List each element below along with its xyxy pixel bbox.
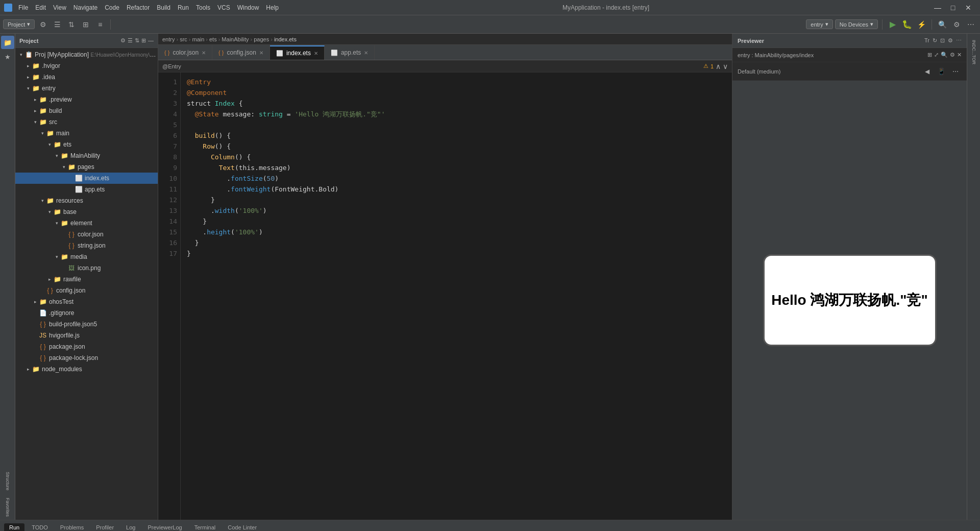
phone-icon[interactable]: 📱 — [935, 65, 947, 78]
collapse-icon[interactable]: — — [148, 37, 154, 44]
menu-window[interactable]: Window — [234, 3, 262, 12]
previewer-nav-icons[interactable]: ◀ 📱 ⋯ — [921, 65, 962, 78]
list-item[interactable]: ▸ 📄 .gitignore — [15, 307, 158, 319]
close-tab-icon[interactable]: ✕ — [202, 50, 206, 56]
btab-log[interactable]: Log — [121, 523, 140, 532]
btab-terminal[interactable]: Terminal — [189, 523, 221, 532]
layout-icon[interactable]: ⊞ — [927, 52, 932, 58]
menu-code[interactable]: Code — [102, 3, 122, 12]
list-item[interactable]: ▸ 📁 rawfile — [15, 274, 158, 285]
debug-button[interactable]: 🐛 — [901, 18, 913, 31]
filter-icon[interactable]: ≡ — [94, 18, 106, 31]
list-item[interactable]: ▸ { } string.json — [15, 240, 158, 251]
btab-previewerlog[interactable]: PreviewerLog — [142, 523, 187, 532]
breadcrumb-entry[interactable]: entry — [162, 36, 175, 42]
breadcrumb-pages[interactable]: pages — [254, 36, 269, 42]
sort-icon[interactable]: ⇅ — [135, 37, 139, 44]
sidebar-item-structure[interactable]: Structure — [1, 469, 14, 494]
tab-color-json[interactable]: { } color.json ✕ — [158, 45, 212, 60]
list-item[interactable]: ▸ JS hvigorfile.js — [15, 330, 158, 341]
list-item[interactable]: ▾ 📁 media — [15, 251, 158, 262]
expand-icon[interactable]: ∨ — [723, 62, 728, 70]
list-item[interactable]: ▾ 📁 pages — [15, 161, 158, 173]
profile-button[interactable]: ⚡ — [915, 18, 927, 31]
expand-icon[interactable]: ⊞ — [80, 18, 92, 31]
tree-item-index-ets[interactable]: ▸ ⬜ index.ets — [15, 173, 158, 184]
menu-vcs[interactable]: VCS — [214, 3, 233, 12]
list-item[interactable]: ▸ 📁 .idea — [15, 71, 158, 83]
tab-app-ets[interactable]: ⬜ app.ets ✕ — [325, 45, 375, 60]
list-item[interactable]: ▾ 📁 resources — [15, 195, 158, 206]
btab-problems[interactable]: Problems — [55, 523, 89, 532]
right-sidebar-item[interactable]: INDC...TOR — [968, 36, 979, 68]
tree-item-entry[interactable]: ▾ 📁 entry — [15, 83, 158, 94]
menu-help[interactable]: Help — [263, 3, 282, 12]
sidebar-item-favorites2[interactable]: Favorites — [1, 495, 14, 520]
more-icon[interactable]: ⋯ — [956, 37, 962, 44]
list-item[interactable]: ▸ 📁 .preview — [15, 94, 158, 105]
menu-build[interactable]: Build — [154, 3, 174, 12]
breadcrumb-main[interactable]: main — [192, 36, 204, 42]
breadcrumb-mainability[interactable]: MainAbility — [222, 36, 249, 42]
menu-run[interactable]: Run — [175, 3, 192, 12]
device-selector[interactable]: No Devices ▾ — [835, 19, 878, 29]
settings-icon[interactable]: ⚙ — [948, 37, 953, 44]
settings-icon[interactable]: ⚙ — [37, 18, 49, 31]
entry-selector[interactable]: entry ▾ — [806, 19, 832, 29]
btab-run[interactable]: Run — [4, 523, 24, 532]
list-item[interactable]: ▾ 📁 src — [15, 116, 158, 128]
menu-tools[interactable]: Tools — [193, 3, 213, 12]
refresh-icon[interactable]: ↻ — [933, 37, 937, 44]
list-item[interactable]: ▾ 📁 main — [15, 128, 158, 139]
gear-icon[interactable]: ⚙ — [950, 18, 963, 31]
list-item[interactable]: ▾ 📁 MainAbility — [15, 150, 158, 161]
menu-refactor[interactable]: Refactor — [124, 3, 153, 12]
minimize-button[interactable]: — — [930, 0, 945, 15]
more-btn[interactable]: ⋯ — [949, 65, 962, 78]
tab-index-ets[interactable]: ⬜ index.ets ✕ — [270, 45, 325, 60]
more-icon[interactable]: ⋯ — [965, 18, 977, 31]
list-item[interactable]: ▾ 📁 ets — [15, 139, 158, 150]
list-item[interactable]: ▸ { } package.json — [15, 341, 158, 352]
menu-file[interactable]: File — [15, 3, 31, 12]
collapse-icon[interactable]: ∧ — [716, 62, 721, 70]
list-item[interactable]: ▸ 🖼 icon.png — [15, 262, 158, 274]
file-tree-actions[interactable]: ⚙ ☰ ⇅ ⊞ — — [120, 37, 154, 44]
tab-config-json[interactable]: { } config.json ✕ — [212, 45, 270, 60]
list-item[interactable]: ▸ 📁 node_modules — [15, 364, 158, 375]
list-item[interactable]: ▸ 📁 ohosTest — [15, 296, 158, 307]
list-item[interactable]: ▾ 📁 element — [15, 218, 158, 229]
btab-todo[interactable]: TODO — [27, 523, 53, 532]
list-item[interactable]: ▾ 📁 base — [15, 206, 158, 218]
close-tab-icon[interactable]: ✕ — [314, 51, 318, 56]
close-icon[interactable]: ✕ — [957, 52, 962, 58]
list-item[interactable]: ▸ ⬜ app.ets — [15, 184, 158, 195]
file-tree-content[interactable]: ▾ 📋 Proj [MyApplication] E:\Huawei\OpenH… — [15, 48, 158, 520]
list-item[interactable]: ▸ 📁 build — [15, 105, 158, 116]
list-item[interactable]: ▸ { } build-profile.json5 — [15, 319, 158, 330]
expand-all-icon[interactable]: ⊞ — [141, 37, 146, 44]
settings-icon[interactable]: ⚙ — [120, 37, 126, 44]
previewer-path-icons[interactable]: ⊞ ⤢ 🔍 ⚙ ✕ — [927, 52, 962, 58]
tree-item-project[interactable]: ▾ 📋 Proj [MyApplication] E:\Huawei\OpenH… — [15, 49, 158, 60]
search-icon[interactable]: 🔍 — [941, 52, 948, 58]
menu-bar[interactable]: File Edit View Navigate Code Refactor Bu… — [15, 3, 282, 12]
list-item[interactable]: ▸ 📁 .hvigor — [15, 60, 158, 71]
settings-icon[interactable]: ⚙ — [950, 52, 955, 58]
close-tab-icon[interactable]: ✕ — [364, 50, 368, 56]
prev-btn[interactable]: ◀ — [921, 65, 933, 78]
search-button[interactable]: 🔍 — [936, 18, 948, 31]
layout-icon[interactable]: ☰ — [128, 37, 133, 44]
project-selector[interactable]: Project ▾ — [3, 19, 35, 29]
btab-profiler[interactable]: Profiler — [91, 523, 119, 532]
window-controls[interactable]: — □ ✕ — [930, 0, 976, 15]
code-editor[interactable]: @Entry @Component struct Index { @State … — [181, 73, 732, 520]
menu-edit[interactable]: Edit — [32, 3, 49, 12]
breadcrumb-src[interactable]: src — [180, 36, 187, 42]
list-item[interactable]: ▸ { } package-lock.json — [15, 352, 158, 364]
list-item[interactable]: ▸ { } config.json — [15, 285, 158, 296]
menu-view[interactable]: View — [50, 3, 69, 12]
sort-icon[interactable]: ⇅ — [65, 18, 78, 31]
sidebar-item-favorites[interactable]: ★ — [1, 50, 14, 63]
menu-navigate[interactable]: Navigate — [70, 3, 101, 12]
